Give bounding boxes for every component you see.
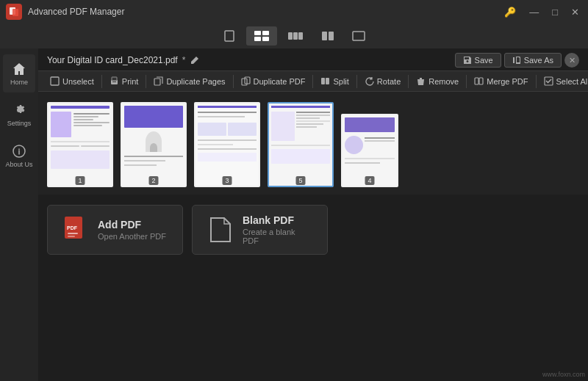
sep-1 (101, 75, 102, 88)
sidebar-about-label: About Us (5, 162, 32, 169)
split-button[interactable]: Split (315, 74, 354, 88)
close-file-button[interactable]: ✕ (564, 53, 579, 68)
svg-rect-18 (154, 79, 160, 85)
page-thumb-2[interactable]: 2 (121, 102, 187, 187)
select-all-icon (544, 76, 553, 86)
title-bar: Advanced PDF Manager 🔑 — □ ✕ (0, 0, 588, 23)
duplicate-pages-label: Duplicate Pages (166, 77, 225, 86)
blank-pdf-icon (207, 215, 234, 244)
save-as-label: Save As (524, 56, 553, 65)
toolbar: Unselect Print Duplicate Pages (38, 70, 588, 92)
merge-pdf-button[interactable]: Merge PDF (468, 74, 534, 88)
split-label: Split (333, 77, 348, 86)
unselect-icon (50, 76, 60, 86)
app-icon (6, 4, 22, 20)
page-thumb-5[interactable]: 5 (268, 102, 334, 187)
edit-filename-icon[interactable] (190, 55, 200, 65)
svg-rect-11 (329, 32, 334, 40)
tab-cols-2[interactable] (314, 26, 342, 46)
page-num-4: 4 (365, 176, 374, 185)
sidebar-settings-label: Settings (7, 120, 32, 128)
blank-pdf-text: Blank PDF Create a blank PDF (243, 214, 312, 245)
duplicate-pdf-label: Duplicate PDF (254, 77, 306, 86)
print-button[interactable]: Print (104, 74, 145, 88)
blank-pdf-title: Blank PDF (243, 214, 312, 226)
svg-rect-9 (298, 32, 303, 40)
save-button[interactable]: Save (455, 53, 501, 68)
sidebar-item-about[interactable]: About Us (3, 137, 35, 175)
tab-single[interactable] (215, 26, 243, 46)
content-area: Your Digital ID card_Dec2021.pdf * Save (38, 48, 588, 381)
sep-8 (536, 75, 537, 88)
rotate-button[interactable]: Rotate (359, 74, 406, 88)
svg-rect-4 (262, 31, 269, 35)
svg-rect-29 (68, 236, 75, 237)
dup-pages-icon (154, 76, 163, 86)
page-thumb-1[interactable]: 1 (47, 102, 113, 187)
unselect-button[interactable]: Unselect (44, 74, 100, 88)
select-all-button[interactable]: Select All (538, 74, 589, 88)
remove-button[interactable]: Remove (410, 74, 465, 88)
maximize-button[interactable]: □ (549, 5, 561, 19)
file-action-buttons: Save Save As ✕ (455, 53, 579, 68)
sep-3 (233, 75, 234, 88)
svg-rect-28 (68, 233, 78, 234)
dup-pdf-icon (241, 76, 251, 86)
file-title-row: Your Digital ID card_Dec2021.pdf * (47, 55, 200, 65)
svg-rect-3 (254, 31, 261, 35)
sep-5 (356, 75, 357, 88)
save-label: Save (475, 56, 493, 65)
sidebar-home-label: Home (10, 79, 28, 87)
tab-grid-4[interactable] (246, 26, 277, 46)
pin-button[interactable]: 🔑 (501, 5, 519, 19)
save-as-button[interactable]: Save As (504, 53, 562, 68)
title-bar-right: 🔑 — □ ✕ (501, 5, 582, 19)
tab-grid-3[interactable] (280, 26, 311, 46)
svg-rect-8 (293, 32, 298, 40)
page-thumb-4[interactable]: 4 (341, 114, 398, 187)
svg-rect-16 (112, 77, 117, 81)
split-icon (320, 76, 330, 86)
watermark: www.foxn.com (542, 371, 585, 378)
add-pdf-card[interactable]: PDF Add PDF Open Another PDF (47, 205, 183, 255)
rotate-icon (365, 76, 374, 86)
select-all-label: Select All (556, 77, 589, 86)
sep-7 (466, 75, 467, 88)
tab-single-wide[interactable] (345, 26, 373, 46)
svg-rect-14 (51, 77, 59, 85)
title-bar-left: Advanced PDF Manager (6, 4, 124, 20)
page-num-1: 1 (75, 176, 85, 185)
page-num-5: 5 (295, 176, 305, 185)
minimize-button[interactable]: — (526, 5, 542, 19)
merge-pdf-label: Merge PDF (487, 77, 528, 86)
close-button[interactable]: ✕ (568, 5, 582, 19)
page-thumb-3[interactable]: 3 (194, 102, 260, 187)
app-title: Advanced PDF Manager (28, 7, 124, 17)
svg-rect-23 (475, 78, 478, 84)
svg-rect-17 (112, 81, 116, 82)
page-num-3: 3 (222, 176, 232, 185)
remove-label: Remove (429, 77, 459, 86)
svg-rect-12 (353, 32, 365, 40)
add-pdf-text: Add PDF Open Another PDF (98, 219, 166, 241)
save-as-icon (512, 56, 521, 65)
blank-pdf-card[interactable]: Blank PDF Create a blank PDF (192, 205, 328, 255)
add-pdf-icon: PDF (62, 215, 89, 244)
action-area: PDF Add PDF Open Another PDF (38, 195, 588, 265)
unselect-label: Unselect (62, 77, 94, 86)
info-icon (11, 143, 27, 159)
sidebar-item-home[interactable]: Home (3, 54, 35, 92)
duplicate-pages-button[interactable]: Duplicate Pages (148, 74, 231, 88)
add-pdf-title: Add PDF (98, 219, 166, 231)
filename-label: Your Digital ID card_Dec2021.pdf (47, 55, 178, 65)
page-num-2: 2 (148, 176, 158, 185)
home-icon (11, 61, 27, 77)
svg-rect-21 (321, 78, 325, 84)
svg-rect-22 (326, 78, 329, 84)
file-header: Your Digital ID card_Dec2021.pdf * Save (38, 48, 588, 70)
sidebar-item-settings[interactable]: Settings (3, 95, 35, 134)
add-pdf-subtitle: Open Another PDF (98, 232, 166, 241)
pages-area: 1 2 (38, 92, 588, 195)
duplicate-pdf-button[interactable]: Duplicate PDF (235, 74, 312, 88)
settings-icon (11, 102, 27, 118)
